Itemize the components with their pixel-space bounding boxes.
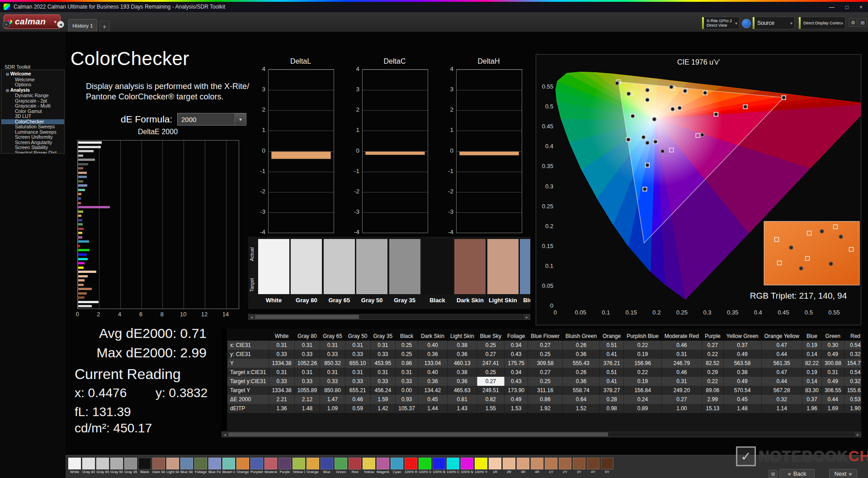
cell-y-black[interactable]: 0.86 xyxy=(396,359,418,368)
column-header-orange[interactable]: Orange xyxy=(600,329,624,341)
cell-y-moderate-red[interactable]: 246.79 xyxy=(661,359,702,368)
patch-button-2r[interactable]: 2R xyxy=(503,458,515,474)
cell-deitp-white[interactable]: 1.36 xyxy=(269,404,294,413)
patch-button-100-yellow[interactable]: 100% Yellow xyxy=(475,458,487,474)
cell-e-2000-orange-yellow[interactable]: 0.32 xyxy=(761,395,802,404)
column-header-red[interactable]: Red xyxy=(844,329,861,341)
sidebar-item-saturation-sweeps[interactable]: Saturation Sweeps xyxy=(1,124,64,130)
cell-y-foliage[interactable]: 175.75 xyxy=(505,359,528,368)
workspace-grid-button[interactable]: ⊞ xyxy=(859,19,867,27)
strip-swatch-gray-35[interactable]: Gray 35 xyxy=(389,239,420,304)
cell-target-x-cie31-blue-flower[interactable]: 0.27 xyxy=(528,368,562,377)
patch-button-green[interactable]: Green xyxy=(335,458,347,474)
column-header-dark-skin[interactable]: Dark Skin xyxy=(418,329,447,341)
cell-deitp-foliage[interactable]: 1.53 xyxy=(505,404,528,413)
cell-target-x-cie31-light-skin[interactable]: 0.38 xyxy=(447,368,477,377)
cell-e-2000-dark-skin[interactable]: 0.45 xyxy=(418,395,447,404)
cell-target-y-white[interactable]: 1334.38 xyxy=(269,386,294,395)
strip-swatch-white[interactable]: White xyxy=(258,239,289,304)
cell-e-2000-green[interactable]: 0.44 xyxy=(821,395,844,404)
cell-x-cie31-gray-80[interactable]: 0.31 xyxy=(294,341,320,350)
cell-y-gray-65[interactable]: 850.32 xyxy=(320,359,345,368)
cell-deitp-black[interactable]: 105.37 xyxy=(396,404,418,413)
sidebar-group-welcome[interactable]: ⊟Welcome xyxy=(1,71,64,77)
de-formula-select[interactable]: 2000 ▾ xyxy=(177,113,246,126)
cell-e-2000-gray-35[interactable]: 1.59 xyxy=(370,395,396,404)
cell-target-y-cie31-bluish-green[interactable]: 0.36 xyxy=(562,377,599,386)
cell-y-bluish-green[interactable]: 555.43 xyxy=(562,359,599,368)
cell-y-cie31-dark-skin[interactable]: 0.36 xyxy=(418,350,447,359)
cell-y-gray-50[interactable]: 655.10 xyxy=(345,359,370,368)
cell-target-y-light-skin[interactable]: 465.63 xyxy=(447,386,477,395)
patch-button-gray-50[interactable]: Gray 50 xyxy=(110,458,123,474)
cell-target-x-cie31-gray-65[interactable]: 0.31 xyxy=(320,368,345,377)
cell-target-y-cie31-orange[interactable]: 0.41 xyxy=(600,377,624,386)
cell-x-cie31-blue-sky[interactable]: 0.25 xyxy=(477,341,504,350)
column-header-purplish-blue[interactable]: Purplish Blue xyxy=(624,329,662,341)
cell-target-y-cie31-blue[interactable]: 0.14 xyxy=(802,377,821,386)
cell-target-x-cie31-purple[interactable]: 0.29 xyxy=(702,368,723,377)
column-header-white[interactable]: White xyxy=(269,329,294,341)
strip-swatch-blue-sky[interactable]: Blue Sky xyxy=(520,239,530,304)
cell-target-y-blue[interactable]: 83.30 xyxy=(802,386,821,395)
cell-x-cie31-yellow-green[interactable]: 0.37 xyxy=(723,341,761,350)
calman-menu-button[interactable]: calman ▾ xyxy=(4,14,61,29)
layout-grid-button[interactable]: ⊞ xyxy=(769,470,778,478)
cell-target-y-dark-skin[interactable]: 134.42 xyxy=(418,386,447,395)
column-header-blue[interactable]: Blue xyxy=(802,329,821,341)
cell-e-2000-blue[interactable]: 0.37 xyxy=(802,395,821,404)
cell-target-y-cie31-purple[interactable]: 0.22 xyxy=(702,377,723,386)
cell-e-2000-gray-65[interactable]: 1.47 xyxy=(320,395,345,404)
cell-target-y-black[interactable]: 0.00 xyxy=(396,386,418,395)
column-header-foliage[interactable]: Foliage xyxy=(505,329,528,341)
patch-button-100-red[interactable]: 100% Red xyxy=(405,458,417,474)
cell-y-cie31-foliage[interactable]: 0.43 xyxy=(505,350,528,359)
sidebar-collapse-button[interactable]: ◀ xyxy=(57,21,64,28)
cell-e-2000-orange[interactable]: 0.28 xyxy=(600,395,624,404)
cell-y-cie31-purple[interactable]: 0.22 xyxy=(702,350,723,359)
cell-deitp-purplish-blue[interactable]: 0.89 xyxy=(624,404,662,413)
sidebar-item-screen-uniformity[interactable]: Screen Uniformity xyxy=(1,135,64,140)
cell-target-x-cie31-moderate-red[interactable]: 0.46 xyxy=(661,368,702,377)
cell-target-x-cie31-gray-80[interactable]: 0.31 xyxy=(294,368,320,377)
column-header-orange-yellow[interactable]: Orange Yellow xyxy=(761,329,802,341)
cell-target-y-cie31-blue-sky[interactable]: 0.27 xyxy=(477,377,504,386)
cell-x-cie31-purple[interactable]: 0.27 xyxy=(702,341,723,350)
patch-button-dark-skin[interactable]: Dark Skin xyxy=(152,458,165,474)
cell-target-x-cie31-green[interactable]: 0.31 xyxy=(821,368,844,377)
cell-target-y-cie31-dark-skin[interactable]: 0.36 xyxy=(418,377,447,386)
patch-button-blue-sky[interactable]: Blue Sky xyxy=(180,458,193,474)
column-header-blue-flower[interactable]: Blue Flower xyxy=(528,329,562,341)
cell-target-x-cie31-blue-sky[interactable]: 0.25 xyxy=(477,368,504,377)
sidebar-item-3d-lut[interactable]: 3D LUT xyxy=(1,114,64,119)
patch-button-1r[interactable]: 1R xyxy=(489,458,501,474)
cell-y-cie31-purplish-blue[interactable]: 0.19 xyxy=(624,350,662,359)
cell-target-y-cie31-orange-yellow[interactable]: 0.44 xyxy=(761,377,802,386)
patch-button-3y[interactable]: 3Y xyxy=(573,458,585,474)
cell-e-2000-gray-50[interactable]: 0.46 xyxy=(345,395,370,404)
cell-deitp-gray-80[interactable]: 1.48 xyxy=(294,404,320,413)
cell-target-y-cie31-light-skin[interactable]: 0.36 xyxy=(447,377,477,386)
sidebar-item-dynamic-range[interactable]: Dynamic Range xyxy=(1,93,64,98)
cell-y-orange-yellow[interactable]: 561.35 xyxy=(761,359,802,368)
maximize-button[interactable]: □ xyxy=(845,4,849,10)
strip-swatch-black[interactable]: Black xyxy=(422,239,453,304)
cell-target-x-cie31-foliage[interactable]: 0.34 xyxy=(505,368,528,377)
patch-button-red[interactable]: Red xyxy=(349,458,361,474)
cell-x-cie31-gray-65[interactable]: 0.31 xyxy=(320,341,345,350)
swatch-strip-scrollbar[interactable]: ◂ ▸ xyxy=(248,314,530,320)
source-selector[interactable]: Source ▾ xyxy=(752,17,795,29)
cell-y-blue-flower[interactable]: 309.58 xyxy=(528,359,562,368)
cell-target-y-green[interactable]: 306.55 xyxy=(821,386,844,395)
sidebar-item-spectral-power-dist[interactable]: Spectral Power Dist. xyxy=(1,150,64,154)
cell-deitp-moderate-red[interactable]: 1.00 xyxy=(661,404,702,413)
cell-deitp-red[interactable]: 1.90 xyxy=(844,404,861,413)
strip-swatch-dark-skin[interactable]: Dark Skin xyxy=(454,239,486,304)
cell-target-y-cie31-moderate-red[interactable]: 0.31 xyxy=(661,377,702,386)
patch-button-bluish-green[interactable]: Bluish Green xyxy=(222,458,235,474)
patch-button-5y[interactable]: 5Y xyxy=(601,458,613,474)
cell-target-x-cie31-blue[interactable]: 0.19 xyxy=(802,368,821,377)
cell-deitp-orange[interactable]: 0.98 xyxy=(600,404,624,413)
table-scrollbar[interactable]: ◂ ▸ xyxy=(222,431,861,437)
strip-swatch-gray-50[interactable]: Gray 50 xyxy=(356,239,387,304)
